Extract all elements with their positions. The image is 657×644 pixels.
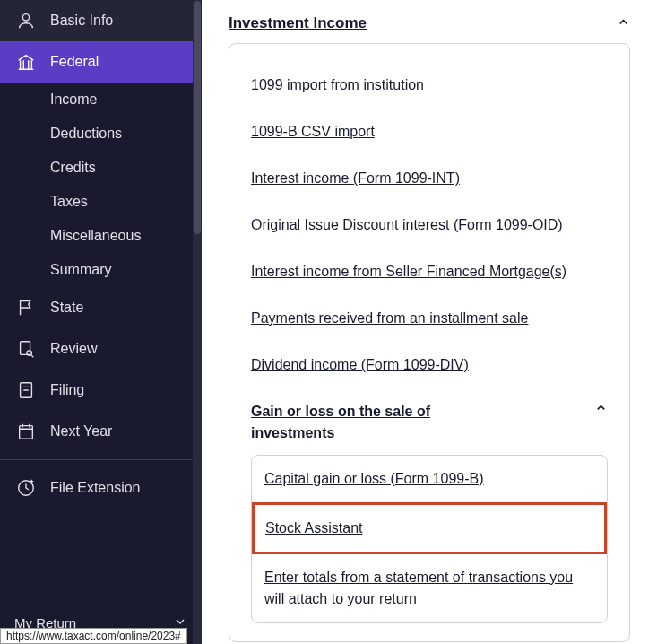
section-header: Investment Income <box>229 9 630 38</box>
sidebar-label: Federal <box>50 54 99 70</box>
status-bar-url: https://www.taxact.com/online/2023# <box>0 628 187 644</box>
sidebar-label: Next Year <box>50 423 112 439</box>
sidebar-label: Filing <box>50 382 84 398</box>
scrollbar-thumb[interactable] <box>194 1 201 234</box>
sidebar-item-next-year[interactable]: Next Year <box>0 411 202 452</box>
sidebar-scrollbar[interactable] <box>193 0 202 644</box>
sidebar-subitem-deductions[interactable]: Deductions <box>50 117 202 151</box>
highlighted-item: Stock Assistant <box>252 502 607 554</box>
federal-subitems: Income Deductions Credits Taxes Miscella… <box>0 83 202 287</box>
sidebar-nav: Basic Info Federal Income Deductions Cre… <box>0 0 202 596</box>
sidebar-label: Basic Info <box>50 13 113 29</box>
sidebar-subitem-taxes[interactable]: Taxes <box>50 185 202 219</box>
chevron-up-icon[interactable] <box>617 15 630 32</box>
sidebar-subitem-credits[interactable]: Credits <box>50 151 202 185</box>
sidebar-item-basic-info[interactable]: Basic Info <box>0 0 202 41</box>
sub-section-header: Gain or loss on the sale of investments <box>251 388 608 451</box>
link-enter-totals[interactable]: Enter totals from a statement of transac… <box>264 554 594 622</box>
calendar-icon <box>16 422 36 441</box>
link-oid-interest[interactable]: Original Issue Discount interest (Form 1… <box>251 202 608 248</box>
sidebar-item-state[interactable]: State <box>0 287 202 328</box>
person-icon <box>16 11 36 30</box>
link-interest-income-1099int[interactable]: Interest income (Form 1099-INT) <box>251 155 608 202</box>
building-icon <box>16 52 36 72</box>
investment-income-box: 1099 import from institution 1099-B CSV … <box>229 43 630 642</box>
chevron-up-icon[interactable] <box>594 401 608 418</box>
search-doc-icon <box>16 339 36 359</box>
sidebar-item-filing[interactable]: Filing <box>0 370 202 411</box>
link-seller-financed[interactable]: Interest income from Seller Financed Mor… <box>251 248 608 295</box>
svg-rect-4 <box>20 426 33 439</box>
flag-icon <box>16 298 36 318</box>
main-content: Investment Income 1099 import from insti… <box>202 0 657 644</box>
sidebar-divider <box>0 459 202 460</box>
sidebar-label: State <box>50 300 83 316</box>
link-installment-sale[interactable]: Payments received from an installment sa… <box>251 295 608 342</box>
sidebar: Basic Info Federal Income Deductions Cre… <box>0 0 202 644</box>
link-dividend-income[interactable]: Dividend income (Form 1099-DIV) <box>251 342 608 388</box>
gain-loss-heading[interactable]: Gain or loss on the sale of investments <box>251 401 475 444</box>
sidebar-label: Review <box>50 341 97 357</box>
svg-rect-1 <box>21 342 30 355</box>
link-stock-assistant[interactable]: Stock Assistant <box>265 514 593 543</box>
link-1099-import[interactable]: 1099 import from institution <box>251 62 608 109</box>
clock-plus-icon <box>16 478 36 498</box>
investment-income-heading[interactable]: Investment Income <box>229 14 367 32</box>
filing-icon <box>16 380 36 400</box>
sidebar-item-review[interactable]: Review <box>0 328 202 370</box>
link-capital-gain-1099b[interactable]: Capital gain or loss (Form 1099-B) <box>264 456 594 502</box>
sidebar-item-file-extension[interactable]: File Extension <box>0 467 202 509</box>
svg-point-0 <box>22 14 29 21</box>
sidebar-subitem-miscellaneous[interactable]: Miscellaneous <box>50 219 202 253</box>
gain-loss-box: Capital gain or loss (Form 1099-B) Stock… <box>251 455 608 623</box>
link-1099b-csv[interactable]: 1099-B CSV import <box>251 109 608 155</box>
sidebar-subitem-summary[interactable]: Summary <box>50 253 202 287</box>
sidebar-item-federal[interactable]: Federal <box>0 41 202 83</box>
sidebar-subitem-income[interactable]: Income <box>50 83 202 117</box>
sidebar-label: File Extension <box>50 480 141 496</box>
